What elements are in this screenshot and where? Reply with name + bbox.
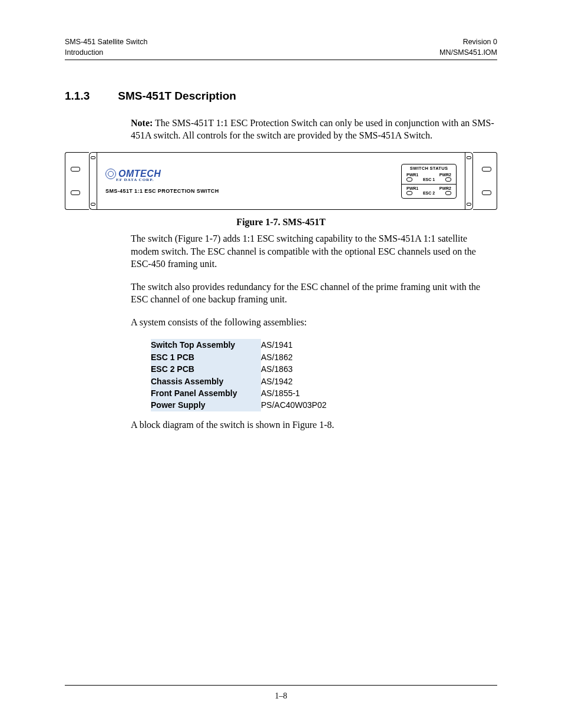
faceplate-left: OMTECH EF DATA CORP. SMS-451T 1:1 ESC PR… <box>105 169 219 194</box>
body: Note: The SMS-451T 1:1 ESC Protection Sw… <box>131 117 497 141</box>
section-number: 1.1.3 <box>65 90 90 103</box>
note-paragraph: Note: The SMS-451T 1:1 ESC Protection Sw… <box>131 117 497 141</box>
switch-status-box: SWITCH STATUS PWR1 PWR2 ESC 1 PWR1 PWR2 <box>401 164 457 199</box>
assembly-name: Switch Top Assembly <box>151 339 260 351</box>
status-row-2: PWR1 PWR2 <box>405 186 453 191</box>
rack-ear-right <box>477 152 497 210</box>
table-row: ESC 1 PCBAS/1862 <box>151 351 332 363</box>
section-title: SMS-451T Description <box>118 90 236 103</box>
status-divider <box>402 184 456 185</box>
header-right-1: Revision 0 <box>463 38 497 47</box>
brand-sub: EF DATA CORP. <box>116 177 219 182</box>
assembly-name: Power Supply <box>151 399 260 411</box>
table-row: Power SupplyPS/AC40W03P02 <box>151 399 332 411</box>
footer: 1–8 <box>65 685 497 701</box>
esc1-label: ESC 1 <box>423 177 435 182</box>
footer-rule <box>65 685 497 686</box>
para-2: The switch also provides redundancy for … <box>131 281 497 305</box>
led-icon <box>445 191 451 195</box>
esc2-label: ESC 2 <box>423 191 435 196</box>
assembly-pn: AS/1862 <box>260 351 332 363</box>
figure-caption: Figure 1-7. SMS-451T <box>65 217 497 228</box>
rack-ear-left <box>65 152 85 210</box>
header-right-2: MN/SMS451.IOM <box>439 48 497 58</box>
assembly-pn: AS/1941 <box>260 339 332 351</box>
page-number: 1–8 <box>275 691 287 700</box>
assemblies-table: Switch Top AssemblyAS/1941ESC 1 PCBAS/18… <box>151 339 332 411</box>
note-text: The SMS-451T 1:1 ESC Protection Switch c… <box>131 118 494 140</box>
assembly-name: ESC 1 PCB <box>151 351 260 363</box>
mount-slot-icon <box>482 167 491 172</box>
header-left-1: SMS-451 Satellite Switch <box>65 38 147 47</box>
table-row: Switch Top AssemblyAS/1941 <box>151 339 332 351</box>
brand-block: OMTECH EF DATA CORP. <box>105 169 219 182</box>
assembly-name: ESC 2 PCB <box>151 363 260 375</box>
table-row: Chassis AssemblyAS/1942 <box>151 375 332 387</box>
figure-panel: OMTECH EF DATA CORP. SMS-451T 1:1 ESC PR… <box>65 152 497 210</box>
status-row-1: PWR1 PWR2 <box>405 173 453 177</box>
model-label: SMS-451T 1:1 ESC PROTECTION SWITCH <box>105 188 219 194</box>
pwr2-label: PWR2 <box>439 173 451 177</box>
assembly-pn: AS/1942 <box>260 375 332 387</box>
mount-slot-icon <box>71 167 80 172</box>
led-row-1: ESC 1 <box>405 177 453 182</box>
para-1: The switch (Figure 1-7) adds 1:1 ESC swi… <box>131 232 497 269</box>
para-3: A system consists of the following assem… <box>131 316 497 328</box>
pwr2-label-2: PWR2 <box>439 186 451 191</box>
header-rule <box>65 60 497 60</box>
table-row: Front Panel AssemblyAS/1855-1 <box>151 387 332 399</box>
led-icon <box>406 191 412 195</box>
note-label: Note: <box>131 118 153 128</box>
mount-slot-icon <box>482 190 491 195</box>
mount-slot-icon <box>71 190 80 195</box>
running-header-line2: Introduction MN/SMS451.IOM <box>65 48 497 58</box>
globe-icon <box>105 169 116 179</box>
led-icon <box>445 177 451 182</box>
page: SMS-451 Satellite Switch Revision 0 Intr… <box>0 0 562 728</box>
assembly-pn: AS/1863 <box>260 363 332 375</box>
pwr1-label: PWR1 <box>406 173 418 177</box>
para-4: A block diagram of the switch is shown i… <box>131 419 497 431</box>
assembly-name: Front Panel Assembly <box>151 387 260 399</box>
rack-handle-right <box>465 152 473 210</box>
body-after-fig: The switch (Figure 1-7) adds 1:1 ESC swi… <box>131 232 497 431</box>
assembly-name: Chassis Assembly <box>151 375 260 387</box>
assembly-pn: PS/AC40W03P02 <box>260 399 332 411</box>
rack-handle-left <box>89 152 97 210</box>
assembly-pn: AS/1855-1 <box>260 387 332 399</box>
header-left-2: Introduction <box>65 48 103 58</box>
faceplate: OMTECH EF DATA CORP. SMS-451T 1:1 ESC PR… <box>97 152 465 210</box>
pwr1-label-2: PWR1 <box>406 186 418 191</box>
running-header-line1: SMS-451 Satellite Switch Revision 0 <box>65 38 497 47</box>
led-icon <box>406 177 412 182</box>
status-title: SWITCH STATUS <box>405 166 453 172</box>
assemblies-tbody: Switch Top AssemblyAS/1941ESC 1 PCBAS/18… <box>151 339 332 411</box>
section-heading: 1.1.3 SMS-451T Description <box>65 90 497 103</box>
led-row-2: ESC 2 <box>405 191 453 196</box>
table-row: ESC 2 PCBAS/1863 <box>151 363 332 375</box>
